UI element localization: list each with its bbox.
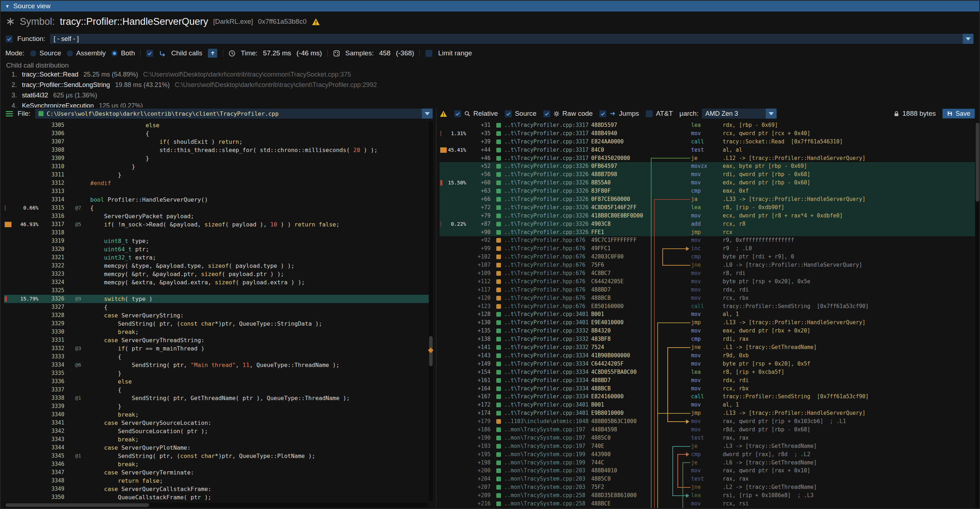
source-line[interactable]: 3350 QueueCallstackFrame( ptr ); xyxy=(4,493,429,501)
asm-source-location[interactable]: ..t\TracyProfiler.cpp:3326 xyxy=(504,187,589,195)
asm-row[interactable]: +204..mon\TracySystem.cpp:2034885C0testr… xyxy=(439,475,975,483)
radio-icon[interactable] xyxy=(30,50,37,57)
asm-source-location[interactable]: ..t\TracyProfiler.cpp:3334 xyxy=(504,376,589,385)
line-number[interactable]: 3348 xyxy=(43,477,64,485)
line-number[interactable]: 3327 xyxy=(43,303,64,311)
child-call-entry[interactable]: 2.tracy::Profiler::SendLongString19.88 m… xyxy=(6,80,969,90)
line-number[interactable]: 3331 xyxy=(43,336,64,344)
file-list-icon[interactable] xyxy=(5,110,13,117)
relative-toggle[interactable]: Relative xyxy=(454,110,498,118)
save-button[interactable]: Save xyxy=(942,108,975,119)
asm-row[interactable]: +66..t\TracyProfiler.cpp:33260F87CE06000… xyxy=(439,195,975,204)
source-line[interactable]: 3328 case ServerQueryString: xyxy=(4,311,429,320)
asm-row[interactable]: +198..mon\TracySystem.cpp:199744Cje.L6 -… xyxy=(439,459,975,467)
source-vertical-scrollbar[interactable] xyxy=(429,121,433,501)
source-line[interactable]: 0.66%3315@7{ xyxy=(4,204,429,212)
source-line[interactable]: 3348 return false; xyxy=(4,477,429,485)
asm-row[interactable]: +190..mon\TracySystem.cpp:1974885C0testr… xyxy=(439,434,975,442)
line-number[interactable]: 3321 xyxy=(43,253,64,262)
asm-row[interactable]: +130..t\TracyProfiler.cpp:3401E9E4010000… xyxy=(439,318,975,327)
asm-source-location[interactable]: ..t\TracyProfiler.cpp:3332 xyxy=(504,327,589,335)
asm-row[interactable]: +99..t\TracyProfiler.hpp:67649FFC1incr9 … xyxy=(439,245,975,253)
asm-source-location[interactable]: ..t\TracyProfiler.hpp:676 xyxy=(504,236,585,245)
line-number[interactable]: 3332 xyxy=(43,344,64,353)
source-line[interactable]: 3316 ServerQueryPacket payload; xyxy=(4,212,429,220)
source-line[interactable]: 3310 } xyxy=(4,162,429,171)
line-number[interactable]: 3349 xyxy=(43,485,64,493)
asm-source-location[interactable]: ..t\TracyProfiler.cpp:3317 xyxy=(504,146,589,154)
asm-source-location[interactable]: ..mon\TracySystem.cpp:258 xyxy=(504,492,585,499)
asm-row[interactable]: +102..t\TracyProfiler.hpp:67642803C0F00c… xyxy=(439,253,975,261)
asm-row[interactable]: +135..t\TracyProfiler.cpp:33328B4320move… xyxy=(439,327,975,335)
asm-row[interactable]: +92..t\TracyProfiler.hpp:67649C7C1FFFFFF… xyxy=(439,236,975,245)
jump-out-button[interactable] xyxy=(208,49,217,58)
asm-row[interactable]: +128..t\TracyProfiler.cpp:3401B001moval,… xyxy=(439,310,975,318)
asm-row[interactable]: +179..1103\include\atomic:1048488B05B63C… xyxy=(439,417,975,426)
asm-row[interactable]: +52..t\TracyProfiler.cpp:33260FB64597mov… xyxy=(439,162,975,170)
child-call-entry[interactable]: 1.tracy::Socket::Read25.25 ms (54.89%)C:… xyxy=(6,69,969,80)
source-line[interactable]: 3346 break; xyxy=(4,460,429,468)
asm-row[interactable]: +186..mon\TracySystem.cpp:197448B4598mov… xyxy=(439,426,975,434)
source-line[interactable]: 3306 { xyxy=(4,129,429,138)
source-line[interactable]: 3330 break; xyxy=(4,328,429,336)
source-line[interactable]: 3336 else xyxy=(4,377,429,386)
line-number[interactable]: 3347 xyxy=(43,468,64,477)
asm-scrollbar-handle[interactable] xyxy=(976,122,979,202)
asm-source-location[interactable]: ..mon\TracySystem.cpp:199 xyxy=(504,450,585,459)
line-number[interactable]: 3320 xyxy=(43,245,64,253)
asm-source-location[interactable]: ..mon\TracySystem.cpp:258 xyxy=(504,499,585,508)
line-number[interactable]: 3322 xyxy=(43,262,64,270)
asm-source-location[interactable]: ..t\TracyProfiler.cpp:3401 xyxy=(504,409,589,417)
line-number[interactable]: 3317 xyxy=(43,220,64,229)
source-line[interactable]: 3342 SendSourceLocation( ptr ); xyxy=(4,427,429,435)
asm-source-location[interactable]: ..t\TracyProfiler.cpp:3326 xyxy=(504,162,589,170)
source-line[interactable]: 3345@1 SendString( ptr, (const char*)ptr… xyxy=(4,452,429,460)
line-number[interactable]: 3329 xyxy=(43,320,64,328)
asm-row[interactable]: +172..t\TracyProfiler.cpp:3401B001moval,… xyxy=(439,401,975,409)
att-checkbox[interactable] xyxy=(646,110,653,118)
line-number[interactable]: 3308 xyxy=(43,146,64,154)
asm-row[interactable]: +72..t\TracyProfiler.cpp:33264C8D05F146F… xyxy=(439,204,975,212)
line-number[interactable]: 3326 xyxy=(43,295,64,303)
source-line[interactable]: 3327 { xyxy=(4,303,429,311)
line-number[interactable]: 3338 xyxy=(43,394,64,402)
asm-source-location[interactable]: ..t\TracyProfiler.cpp:3326 xyxy=(504,195,589,204)
source-checkbox[interactable] xyxy=(504,110,512,118)
line-number[interactable]: 3318 xyxy=(43,229,64,237)
line-number[interactable]: 3310 xyxy=(43,162,64,171)
source-line[interactable]: 3319 uint8_t type; xyxy=(4,237,429,245)
asm-source-location[interactable]: ..t\TracyProfiler.cpp:3317 xyxy=(504,121,589,129)
source-line[interactable]: 3341 case ServerQuerySourceLocation: xyxy=(4,419,429,427)
asm-row[interactable]: +207..mon\TracySystem.cpp:20375F2jne.L2 … xyxy=(439,483,975,492)
asm-row[interactable]: +39..t\TracyProfiler.cpp:3317E824AA0000c… xyxy=(439,138,975,146)
source-line[interactable]: 3349 case ServerQueryCallstackFrame: xyxy=(4,485,429,493)
line-number[interactable]: 3333 xyxy=(43,353,64,361)
asm-row[interactable]: +200..mon\TracySystem.cpp:203488B4010mov… xyxy=(439,466,975,475)
source-toggle[interactable]: Source xyxy=(504,110,536,118)
line-number[interactable]: 3328 xyxy=(43,311,64,320)
asm-source-location[interactable]: ..t\TracyProfiler.cpp:3401 xyxy=(504,310,589,318)
asm-row[interactable]: +149..t\TracyProfiler.cpp:3334C64424205F… xyxy=(439,360,975,368)
limit-range-checkbox[interactable] xyxy=(425,49,433,57)
line-number[interactable]: 3345 xyxy=(43,452,64,460)
source-hscrollbar-handle[interactable] xyxy=(5,503,149,507)
line-number[interactable]: 3306 xyxy=(43,129,64,138)
asm-source-location[interactable]: ..t\TracyProfiler.cpp:3334 xyxy=(504,368,589,376)
asm-source-location[interactable]: ..t\TracyProfiler.cpp:3326 xyxy=(504,204,589,212)
source-line[interactable]: 3314bool Profiler::HandleServerQuery() xyxy=(4,196,429,204)
source-horizontal-scrollbar[interactable] xyxy=(4,503,429,507)
source-line[interactable]: 15.79%3326@9 switch( type ) xyxy=(4,295,429,303)
mode-option-source[interactable]: Source xyxy=(30,49,61,57)
pane-divider[interactable] xyxy=(436,108,437,509)
asm-source-location[interactable]: ..t\TracyProfiler.cpp:3317 xyxy=(504,154,589,162)
source-line[interactable]: 3340 break; xyxy=(4,410,429,419)
asm-source-location[interactable]: ..t\TracyProfiler.cpp:3326 xyxy=(504,220,589,228)
line-number[interactable]: 3340 xyxy=(43,410,64,419)
source-line[interactable]: 3329 SendString( ptr, (const char*)ptr, … xyxy=(4,320,429,328)
line-number[interactable]: 3339 xyxy=(43,402,64,410)
chevron-down-icon[interactable] xyxy=(422,108,433,119)
asm-source-location[interactable]: ..t\TracyProfiler.hpp:676 xyxy=(504,245,585,253)
asm-row[interactable]: 45.41%+44..t\TracyProfiler.cpp:331784C0t… xyxy=(439,146,975,154)
asm-row[interactable]: +164..t\TracyProfiler.cpp:3334488BCBmovr… xyxy=(439,385,975,393)
file-combo[interactable]: C:\Users\wolf\Desktop\darkrl\contrib\tra… xyxy=(35,108,433,119)
